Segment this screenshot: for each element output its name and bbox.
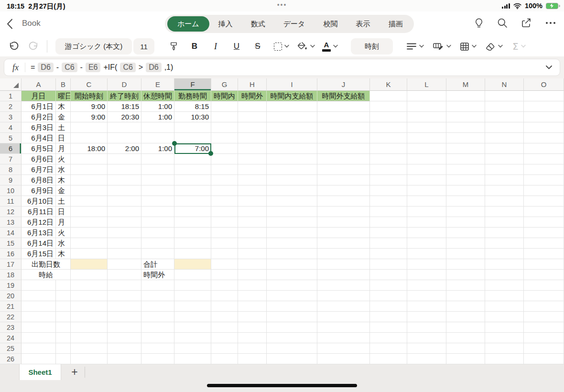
grid-cell[interactable] — [238, 280, 267, 291]
grid-cell[interactable] — [141, 249, 174, 259]
grid-cell[interactable] — [267, 101, 317, 112]
cell-reference[interactable]: E6 — [86, 63, 101, 72]
grid-cell[interactable] — [141, 343, 174, 354]
grid-cell[interactable]: 6月9日 — [22, 185, 56, 196]
grid-cell[interactable] — [108, 238, 141, 249]
grid-cell[interactable] — [267, 354, 317, 364]
grid-cell[interactable] — [407, 185, 446, 196]
grid-cell[interactable] — [370, 354, 407, 364]
grid-cell[interactable] — [524, 259, 564, 270]
column-header-H[interactable]: H — [238, 78, 267, 91]
grid-cell[interactable] — [174, 122, 211, 133]
clear-button[interactable] — [485, 42, 503, 51]
grid-cell[interactable] — [211, 154, 238, 164]
grid-cell[interactable] — [238, 238, 267, 249]
grid-cell[interactable] — [141, 280, 174, 291]
row-header-17[interactable]: 17 — [0, 259, 22, 270]
selection-handle-bottom-right[interactable] — [208, 151, 213, 156]
row-header-2[interactable]: 2 — [0, 101, 22, 112]
column-header-O[interactable]: O — [524, 78, 564, 91]
grid-cell[interactable] — [174, 249, 211, 259]
grid-cell[interactable] — [370, 122, 407, 133]
grid-cell[interactable] — [485, 175, 524, 185]
grid-cell[interactable] — [485, 133, 524, 143]
grid-cell[interactable] — [71, 185, 108, 196]
grid-cell[interactable] — [317, 322, 370, 333]
grid-cell[interactable]: 18:15 — [108, 101, 141, 112]
grid-cell[interactable] — [407, 333, 446, 343]
grid-cell[interactable] — [71, 354, 108, 364]
grid-cell[interactable] — [446, 333, 485, 343]
grid-cell[interactable] — [485, 164, 524, 175]
grid-cell[interactable] — [267, 322, 317, 333]
ribbon-tab-draw[interactable]: 描画 — [379, 15, 412, 33]
grid-cell[interactable]: 水 — [56, 164, 71, 175]
grid-cell[interactable] — [211, 101, 238, 112]
grid-cell[interactable] — [407, 228, 446, 238]
grid-cell[interactable] — [141, 354, 174, 364]
grid-cell[interactable] — [407, 196, 446, 207]
grid-cell[interactable] — [56, 301, 71, 312]
grid-cell[interactable]: 2:00 — [108, 143, 141, 154]
grid-cell[interactable] — [174, 343, 211, 354]
cell-reference[interactable]: C6 — [120, 63, 135, 72]
grid-cell[interactable] — [71, 259, 108, 270]
cell-reference[interactable]: D6 — [38, 63, 53, 72]
grid-cell[interactable] — [238, 270, 267, 280]
grid-cell[interactable] — [485, 112, 524, 122]
grid-cell[interactable] — [524, 322, 564, 333]
grid-cell[interactable]: 1:00 — [141, 112, 174, 122]
grid-cell[interactable]: 6月13日 — [22, 228, 56, 238]
grid-cell[interactable] — [370, 249, 407, 259]
grid-cell[interactable] — [317, 249, 370, 259]
underline-button[interactable]: U — [228, 38, 245, 55]
grid-cell[interactable] — [446, 280, 485, 291]
grid-cell[interactable] — [267, 143, 317, 154]
grid-cell[interactable] — [267, 133, 317, 143]
grid-cell[interactable] — [238, 259, 267, 270]
grid-cell[interactable]: 1:00 — [141, 101, 174, 112]
grid-cell[interactable] — [446, 322, 485, 333]
font-name-button[interactable]: 游ゴシック (本文) — [55, 38, 132, 54]
grid-cell[interactable] — [22, 333, 56, 343]
grid-cell[interactable] — [174, 280, 211, 291]
column-header-C[interactable]: C — [71, 78, 108, 91]
grid-cell[interactable]: 時間内支給額 — [267, 91, 317, 101]
grid-cell[interactable] — [211, 164, 238, 175]
grid-cell[interactable] — [524, 175, 564, 185]
grid-cell[interactable] — [370, 101, 407, 112]
column-header-N[interactable]: N — [485, 78, 524, 91]
cell-reference[interactable]: D6 — [146, 63, 161, 72]
grid-cell[interactable] — [71, 249, 108, 259]
grid-cell[interactable]: 日 — [56, 207, 71, 217]
grid-cell[interactable] — [71, 207, 108, 217]
grid-cell[interactable] — [485, 333, 524, 343]
grid-cell[interactable] — [317, 164, 370, 175]
grid-cell[interactable]: 1:00 — [141, 143, 174, 154]
grid-cell[interactable] — [485, 301, 524, 312]
grid-cell[interactable] — [407, 133, 446, 143]
grid-cell[interactable]: 開始時刻 — [71, 91, 108, 101]
grid-cell[interactable] — [141, 322, 174, 333]
grid-cell[interactable] — [267, 175, 317, 185]
grid-cell[interactable] — [407, 122, 446, 133]
grid-cell[interactable] — [370, 112, 407, 122]
grid-cell[interactable] — [108, 291, 141, 301]
grid-cell[interactable] — [446, 164, 485, 175]
grid-cell[interactable] — [267, 185, 317, 196]
grid-cell[interactable] — [446, 301, 485, 312]
grid-cell[interactable] — [370, 280, 407, 291]
grid-cell[interactable] — [370, 207, 407, 217]
grid-cell[interactable] — [446, 217, 485, 228]
formula-bar[interactable]: fx =D6-C6-E6+IF(C6>D6,1) — [4, 59, 560, 76]
grid-cell[interactable]: 時間外 — [141, 270, 174, 280]
grid-cell[interactable] — [524, 301, 564, 312]
grid-cell[interactable] — [524, 143, 564, 154]
grid-cell[interactable] — [524, 238, 564, 249]
grid-cell[interactable] — [524, 291, 564, 301]
cell-reference[interactable]: C6 — [62, 63, 77, 72]
grid-cell[interactable] — [56, 322, 71, 333]
grid-cell[interactable] — [446, 154, 485, 164]
home-indicator[interactable] — [207, 384, 357, 387]
grid-cell[interactable] — [370, 143, 407, 154]
